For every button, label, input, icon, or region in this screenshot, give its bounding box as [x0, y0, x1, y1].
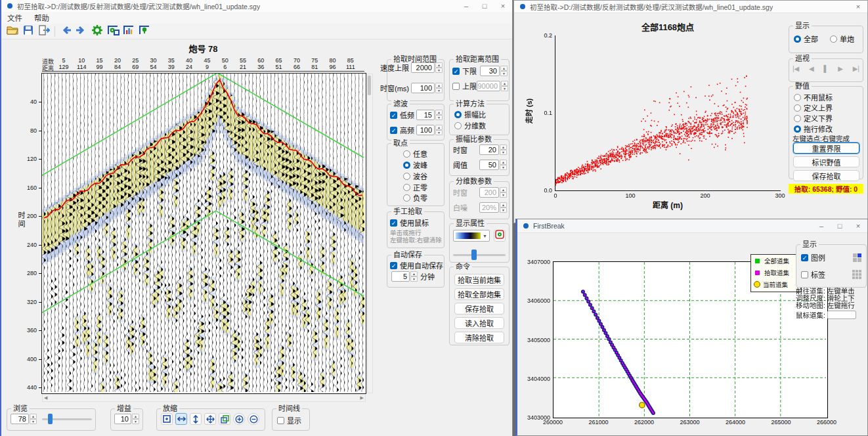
use-mouse-row[interactable]: ✓使用鼠标: [390, 217, 429, 228]
legend-checkbox[interactable]: ✓: [801, 254, 808, 261]
radio-icon[interactable]: [454, 111, 462, 118]
radio-icon[interactable]: [830, 35, 837, 43]
outlier-no-mouse[interactable]: 不用鼠标: [794, 92, 833, 102]
next-shot-button[interactable]: [74, 25, 89, 38]
pickpoint-any[interactable]: 任意: [403, 148, 427, 159]
save-picks-button-2[interactable]: 保存拾取: [793, 170, 859, 181]
timeline-show-checkbox[interactable]: [277, 417, 284, 424]
amp-threshold-field[interactable]: 50: [479, 160, 499, 170]
save-picks-button[interactable]: 保存拾取: [454, 303, 504, 315]
radio-icon[interactable]: [794, 125, 801, 133]
map-window-button[interactable]: [137, 25, 152, 38]
radio-icon[interactable]: [403, 173, 410, 180]
exit-button[interactable]: [36, 25, 52, 38]
colormap-cycle-button[interactable]: [494, 230, 506, 242]
outlier-drag-edit[interactable]: 拖行修改: [794, 123, 833, 134]
zoom-vertical-button[interactable]: [190, 413, 202, 425]
attr-slider-track[interactable]: [453, 254, 506, 256]
pickpoint-trough[interactable]: 波谷: [403, 171, 427, 181]
amp-threshold-spinner[interactable]: ▲▼: [500, 160, 507, 170]
amp-window-spinner[interactable]: ▲▼: [500, 144, 507, 155]
close-button[interactable]: ×: [494, 1, 512, 12]
display-single-radio[interactable]: 单炮: [830, 33, 854, 44]
close-button[interactable]: ×: [849, 1, 867, 12]
time-window-spinner[interactable]: ▲▼: [435, 83, 443, 93]
tour-first-button[interactable]: |◀: [792, 65, 799, 72]
load-picks-button[interactable]: 读入拾取: [454, 317, 504, 329]
tour-prev-button[interactable]: ◀: [809, 65, 814, 72]
upper-limit-spinner[interactable]: ▲▼: [501, 81, 508, 91]
tags-checkbox[interactable]: [801, 271, 808, 278]
radio-icon[interactable]: [794, 94, 801, 101]
lowfreq-row[interactable]: ✓ 低频 15 ▲▼: [390, 110, 443, 120]
autosave-interval-spinner[interactable]: ▲▼: [410, 271, 418, 282]
mark-outliers-button[interactable]: 标识野值: [793, 156, 859, 167]
minimize-button[interactable]: –: [457, 1, 475, 12]
browse-shot-field[interactable]: 78: [11, 414, 29, 424]
attr-slider-thumb[interactable]: [471, 250, 477, 260]
open-file-button[interactable]: [5, 25, 20, 38]
upper-limit-field[interactable]: 90000: [477, 81, 500, 91]
time-window-field[interactable]: 100: [411, 83, 435, 93]
pickpoint-poszero[interactable]: 正零: [403, 182, 427, 192]
method-fractal[interactable]: 分维数: [454, 120, 486, 131]
lower-limit-row[interactable]: ✓ 下限 30 ▲▼: [452, 66, 508, 76]
clear-picks-button[interactable]: 清除拾取: [454, 332, 504, 343]
method-amp-ratio[interactable]: 振幅比: [454, 109, 486, 120]
zoom-out-button[interactable]: [248, 413, 259, 425]
zoom-both-button[interactable]: [204, 413, 216, 425]
highfreq-field[interactable]: 100: [416, 125, 435, 135]
outlier-lower-bound[interactable]: 定义下界: [794, 113, 833, 123]
tags-checkbox-row[interactable]: 标签: [801, 269, 861, 280]
lower-limit-checkbox[interactable]: ✓: [452, 68, 460, 75]
tour-current-button[interactable]: ▌: [823, 65, 828, 72]
radio-icon[interactable]: [403, 194, 410, 202]
amp-window-field[interactable]: 20: [479, 144, 499, 155]
maximize-button[interactable]: □: [831, 221, 849, 232]
radio-icon[interactable]: [403, 184, 410, 191]
autosave-checkbox[interactable]: ✓: [390, 262, 397, 269]
seismic-wiggle-plot[interactable]: [42, 74, 364, 392]
histogram-window-button[interactable]: [121, 25, 137, 38]
lowfreq-spinner[interactable]: ▲▼: [435, 110, 443, 120]
gain-field[interactable]: 10: [114, 414, 131, 424]
radio-icon[interactable]: [403, 150, 410, 158]
minimize-button[interactable]: –: [812, 221, 831, 232]
reset-bounds-button[interactable]: 重置界限: [793, 142, 859, 154]
radio-icon[interactable]: [794, 104, 801, 112]
zoom-fit-button[interactable]: [161, 413, 173, 425]
lowfreq-field[interactable]: 15: [416, 110, 435, 120]
pick-settings-window-button[interactable]: [105, 25, 121, 38]
autosave-interval-field[interactable]: 5: [391, 271, 410, 282]
lower-limit-field[interactable]: 30: [480, 66, 500, 76]
colormap-dropdown[interactable]: ▼: [453, 230, 490, 242]
hscroll-right-arrow-icon[interactable]: ▶: [360, 395, 365, 401]
prev-shot-button[interactable]: [58, 25, 74, 38]
browse-shot-spinner[interactable]: ▲▼: [30, 414, 37, 424]
velocity-limit-field[interactable]: 2000: [411, 62, 435, 73]
radio-icon[interactable]: [403, 162, 410, 169]
upper-limit-row[interactable]: 上限 90000 ▲▼: [452, 81, 508, 91]
tour-last-button[interactable]: ▶|: [853, 65, 859, 72]
tour-next-button[interactable]: ▶: [838, 65, 843, 72]
radio-icon[interactable]: [454, 122, 462, 129]
hscroll-left-arrow-icon[interactable]: ◀: [43, 395, 47, 401]
timeline-show-row[interactable]: 显示: [277, 415, 301, 425]
zoom-layers-button[interactable]: [219, 413, 230, 425]
settings-button[interactable]: [89, 25, 105, 38]
display-all-radio[interactable]: 全部: [794, 33, 818, 44]
browse-slider-thumb[interactable]: [48, 414, 53, 424]
highfreq-spinner[interactable]: ▲▼: [435, 125, 443, 135]
lowfreq-checkbox[interactable]: ✓: [390, 112, 397, 119]
pick-current-shot-button[interactable]: 拾取当前炮集: [454, 274, 504, 286]
menu-file[interactable]: 文件: [1, 12, 28, 23]
maximize-button[interactable]: □: [475, 1, 494, 12]
zoom-in-button[interactable]: [233, 413, 245, 425]
menu-help[interactable]: 帮助: [28, 12, 55, 23]
seismic-hscrollbar[interactable]: ◀ ▶: [42, 394, 366, 402]
legend-checkbox-row[interactable]: ✓ 图例: [801, 252, 861, 263]
radio-icon[interactable]: [794, 115, 801, 122]
upper-limit-checkbox[interactable]: [452, 83, 460, 90]
pickpoint-negzero[interactable]: 负零: [403, 192, 427, 203]
lower-limit-spinner[interactable]: ▲▼: [500, 66, 508, 76]
